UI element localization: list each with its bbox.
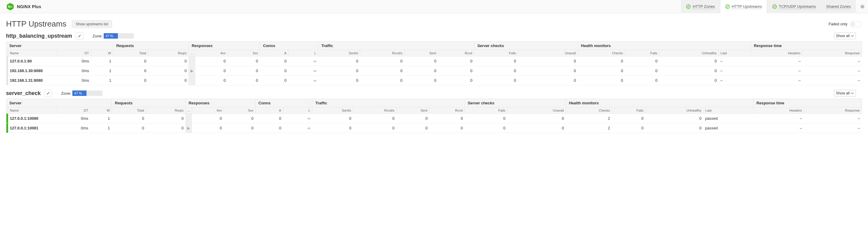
chevron-down-icon [851,92,854,95]
tab-http-zones[interactable]: HTTP Zones [681,0,720,13]
cell-checks: 2 [566,123,612,133]
cell-4xx: 0 [192,123,224,133]
zone-meter: Zone: 47 % [61,90,102,96]
cell-w: 1 [90,114,112,123]
cell-response: – [802,66,862,76]
cell-last: – [718,76,750,85]
tab-http-upstreams[interactable]: HTTP Upstreams [720,0,767,13]
cell-fails: 0 [465,123,507,133]
server-name: 127.0.0.1:10080 [8,114,56,123]
cell-headers: – [753,114,804,123]
upstream-header: server_check Zone: 47 % Show all [0,88,868,99]
cell-reqs: 0 [148,66,188,76]
expand-button[interactable]: ▶ [185,123,192,133]
cell-4xx: 0 [195,76,227,85]
svg-text:N+: N+ [8,5,13,8]
table-header-cols: Name DTW TotalReq/s ... 4xx5xx AL Sent/s… [6,108,862,114]
pencil-icon [78,34,82,38]
upstream-name: http_balancing_upstream [6,33,72,39]
cell-headers: – [751,56,803,66]
cell-rcvds: 0 [360,66,404,76]
edit-button[interactable] [44,90,52,97]
cell-w: 1 [91,66,113,76]
cell-sents: 0 [318,56,360,66]
top-nav: N+ NGINX Plus HTTP Zones HTTP Upstreams … [0,0,868,13]
tab-tcpudp-upstreams[interactable]: TCP/UDP Upstreams [767,0,821,13]
expand-button[interactable]: ▶ [188,66,195,76]
cell-unavail: 0 [518,56,578,66]
cell-unhealthy: 0 [645,123,703,133]
cell-last: passed [704,114,753,123]
table-row: 192.168.1.31:8080 0ms 1 0 0 0 0 0 ∞ 0 0 … [6,76,862,85]
cell-rcvds: 0 [360,56,404,66]
cell-fails: 0 [465,114,507,123]
cell-dt: 0ms [56,123,90,133]
cell-rcvds: 0 [353,114,396,123]
cell-checks: 0 [578,66,625,76]
cell-total: 0 [112,114,146,123]
table-row: 192.168.1.30:8080 0ms 1 0 0 ▶ 0 0 0 ∞ 0 … [6,66,862,76]
cell-dt: 0ms [56,56,91,66]
show-all-select[interactable]: Show all [834,33,856,39]
cell-dt: 0ms [56,114,90,123]
chevron-down-icon [851,34,854,37]
cell-dt: 0ms [56,76,91,85]
upstream-table: Server Requests Responses Conns Traffic … [0,41,868,88]
cell-l: ∞ [283,114,312,123]
nginx-icon: N+ [6,2,14,11]
cell-total: 0 [113,56,148,66]
cell-rcvd: 0 [430,123,465,133]
tab-shared-zones[interactable]: Shared Zones [821,0,856,13]
cell-checks: 2 [566,114,612,123]
cell-last: – [718,66,750,76]
cell-rcvds: 0 [353,123,396,133]
cell-sent: 0 [404,56,438,66]
cell-rcvd: 0 [438,56,474,66]
cell-unhealthy: 0 [659,56,719,66]
cell-reqs: 0 [146,123,185,133]
cell-sent: 0 [404,66,438,76]
cell-rcvd: 0 [430,114,465,123]
cell-fails: 0 [474,56,518,66]
expand-gutter [188,76,195,85]
cell-sents: 0 [312,114,353,123]
zone-meter: Zone: 47 % [93,33,134,39]
cell-5xx: 0 [227,66,260,76]
cell-reqs: 0 [148,56,188,66]
cell-checks: 0 [578,76,625,85]
show-upstreams-list-button[interactable]: Show upstreams list [72,20,112,28]
failed-only-toggle[interactable] [850,21,862,27]
cell-dt: 0ms [56,66,91,76]
cell-sents: 0 [318,76,360,85]
cell-4xx: 0 [195,56,227,66]
cell-5xx: 0 [224,123,255,133]
table-header-groups: Server Requests Responses Conns Traffic … [6,99,862,108]
check-icon [725,4,730,9]
upstream-header: http_balancing_upstream Zone: 47 % Show … [0,31,868,41]
cell-sent: 0 [396,123,430,133]
brand-text: NGINX Plus [17,4,41,9]
cell-response: – [804,123,862,133]
cell-l: ∞ [288,56,318,66]
table-header-cols: Name DTW TotalReq/s ... 4xx5xx AL Sent/s… [6,50,862,56]
page-title: HTTP Upstreams [6,19,66,29]
cell-response: – [802,76,862,85]
settings-button[interactable] [856,0,868,13]
table-row: 127.0.0.1:10080 0ms 1 0 0 0 0 0 ∞ 0 0 0 … [6,114,862,123]
cell-w: 1 [91,56,113,66]
upstream-name: server_check [6,90,41,96]
cell-rcvds: 0 [360,76,404,85]
cell-a: 0 [260,66,288,76]
cell-w: 1 [90,123,112,133]
cell-reqs: 0 [148,76,188,85]
cell-sent: 0 [404,76,438,85]
upstream-table: Server Requests Responses Conns Traffic … [0,99,868,136]
cell-fails: 0 [474,66,518,76]
cell-l: ∞ [288,76,318,85]
cell-4xx: 0 [195,66,227,76]
show-all-select[interactable]: Show all [834,90,856,96]
cell-a: 0 [260,76,288,85]
edit-button[interactable] [76,32,84,39]
brand-logo: N+ NGINX Plus [6,2,41,11]
cell-w: 1 [91,76,113,85]
